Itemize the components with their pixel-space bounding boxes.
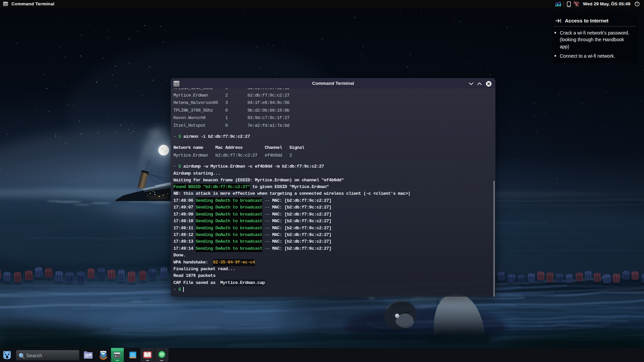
svg-text:C:\: C:\ [4,3,7,6]
svg-text:C:\: C:\ [115,355,119,358]
